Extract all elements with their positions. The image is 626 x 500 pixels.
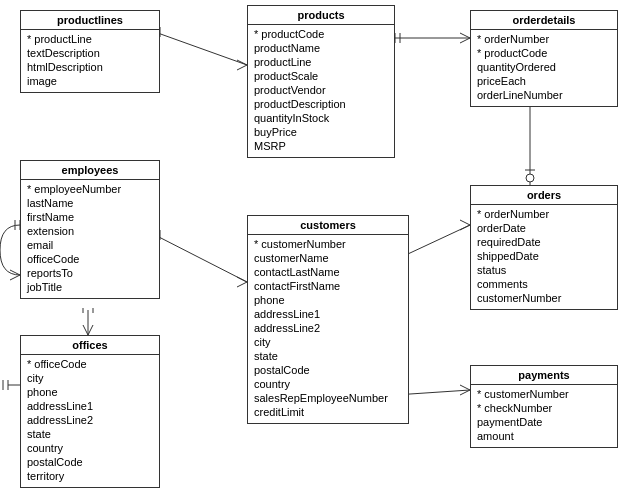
field-productline-htmlDescription: htmlDescription <box>27 60 153 74</box>
field-orders-orderDate: orderDate <box>477 221 611 235</box>
svg-point-11 <box>526 174 534 182</box>
entity-offices-header: offices <box>21 336 159 355</box>
entity-payments: payments * customerNumber * checkNumber … <box>470 365 618 448</box>
field-employees-jobTitle: jobTitle <box>27 280 153 294</box>
field-customers-city: city <box>254 335 402 349</box>
entity-orders: orders * orderNumber orderDate requiredD… <box>470 185 618 310</box>
svg-line-37 <box>460 390 470 395</box>
field-customers-state: state <box>254 349 402 363</box>
field-offices-country: country <box>27 441 153 455</box>
svg-line-19 <box>10 275 20 280</box>
svg-line-36 <box>460 385 470 390</box>
field-customers-addressLine1: addressLine1 <box>254 307 402 321</box>
field-products-productScale: productScale <box>254 69 388 83</box>
field-payments-paymentDate: paymentDate <box>477 415 611 429</box>
svg-line-6 <box>460 33 470 38</box>
entity-products: products * productCode productName produ… <box>247 5 395 158</box>
svg-line-32 <box>460 225 470 230</box>
entity-employees-body: * employeeNumber lastName firstName exte… <box>21 180 159 298</box>
svg-line-14 <box>237 277 247 282</box>
entity-productlines-body: * productLine textDescription htmlDescri… <box>21 30 159 92</box>
field-products-productCode: * productCode <box>254 27 388 41</box>
entity-customers-body: * customerNumber customerName contactLas… <box>248 235 408 423</box>
field-products-productDescription: productDescription <box>254 97 388 111</box>
field-customers-creditLimit: creditLimit <box>254 405 402 419</box>
field-customers-phone: phone <box>254 293 402 307</box>
field-orders-shippedDate: shippedDate <box>477 249 611 263</box>
field-payments-checkNumber: * checkNumber <box>477 401 611 415</box>
field-employees-lastName: lastName <box>27 196 153 210</box>
field-orders-requiredDate: requiredDate <box>477 235 611 249</box>
entity-orders-header: orders <box>471 186 617 205</box>
field-orderdetails-priceEach: priceEach <box>477 74 611 88</box>
entity-orders-body: * orderNumber orderDate requiredDate shi… <box>471 205 617 309</box>
field-products-productName: productName <box>254 41 388 55</box>
field-products-quantityInStock: quantityInStock <box>254 111 388 125</box>
field-orders-comments: comments <box>477 277 611 291</box>
field-products-buyPrice: buyPrice <box>254 125 388 139</box>
svg-line-24 <box>88 325 93 335</box>
field-customers-postalCode: postalCode <box>254 363 402 377</box>
field-customers-customerNumber: * customerNumber <box>254 237 402 251</box>
field-offices-postalCode: postalCode <box>27 455 153 469</box>
field-customers-customerName: customerName <box>254 251 402 265</box>
svg-line-2 <box>237 65 247 70</box>
entity-offices-body: * officeCode city phone addressLine1 add… <box>21 355 159 487</box>
svg-line-31 <box>460 220 470 225</box>
field-productline-textDescription: textDescription <box>27 46 153 60</box>
field-payments-amount: amount <box>477 429 611 443</box>
entity-customers: customers * customerNumber customerName … <box>247 215 409 424</box>
svg-line-23 <box>83 325 88 335</box>
field-products-productLine: productLine <box>254 55 388 69</box>
field-employees-firstName: firstName <box>27 210 153 224</box>
entity-employees-header: employees <box>21 161 159 180</box>
entity-orderdetails: orderdetails * orderNumber * productCode… <box>470 10 618 107</box>
entity-payments-header: payments <box>471 366 617 385</box>
field-payments-customerNumber: * customerNumber <box>477 387 611 401</box>
svg-line-13 <box>155 235 247 282</box>
field-offices-addressLine1: addressLine1 <box>27 399 153 413</box>
field-offices-territory: territory <box>27 469 153 483</box>
field-orderdetails-orderNumber: * orderNumber <box>477 32 611 46</box>
entity-employees: employees * employeeNumber lastName firs… <box>20 160 160 299</box>
field-customers-contactFirstName: contactFirstName <box>254 279 402 293</box>
field-employees-reportsTo: reportsTo <box>27 266 153 280</box>
entity-productlines-header: productlines <box>21 11 159 30</box>
entity-customers-header: customers <box>248 216 408 235</box>
field-employees-extension: extension <box>27 224 153 238</box>
field-customers-addressLine2: addressLine2 <box>254 321 402 335</box>
field-offices-phone: phone <box>27 385 153 399</box>
field-products-productVendor: productVendor <box>254 83 388 97</box>
svg-line-18 <box>10 270 20 275</box>
svg-line-15 <box>237 282 247 287</box>
svg-line-0 <box>155 32 247 65</box>
field-offices-officeCode: * officeCode <box>27 357 153 371</box>
entity-offices: offices * officeCode city phone addressL… <box>20 335 160 488</box>
field-employees-officeCode: officeCode <box>27 252 153 266</box>
field-employees-employeeNumber: * employeeNumber <box>27 182 153 196</box>
field-productline-image: image <box>27 74 153 88</box>
erd-diagram: productlines * productLine textDescripti… <box>0 0 626 500</box>
entity-orderdetails-header: orderdetails <box>471 11 617 30</box>
field-orderdetails-productCode: * productCode <box>477 46 611 60</box>
field-offices-state: state <box>27 427 153 441</box>
field-employees-email: email <box>27 238 153 252</box>
field-products-MSRP: MSRP <box>254 139 388 153</box>
entity-payments-body: * customerNumber * checkNumber paymentDa… <box>471 385 617 447</box>
field-offices-addressLine2: addressLine2 <box>27 413 153 427</box>
field-orders-customerNumber: customerNumber <box>477 291 611 305</box>
svg-line-1 <box>237 60 247 65</box>
field-orders-orderNumber: * orderNumber <box>477 207 611 221</box>
entity-orderdetails-body: * orderNumber * productCode quantityOrde… <box>471 30 617 106</box>
field-orderdetails-quantityOrdered: quantityOrdered <box>477 60 611 74</box>
field-customers-country: country <box>254 377 402 391</box>
entity-productlines: productlines * productLine textDescripti… <box>20 10 160 93</box>
field-customers-contactLastName: contactLastName <box>254 265 402 279</box>
entity-products-body: * productCode productName productLine pr… <box>248 25 394 157</box>
field-customers-salesRepEmployeeNumber: salesRepEmployeeNumber <box>254 391 402 405</box>
field-offices-city: city <box>27 371 153 385</box>
entity-products-header: products <box>248 6 394 25</box>
field-productline-productLine: * productLine <box>27 32 153 46</box>
svg-line-7 <box>460 38 470 43</box>
field-orderdetails-orderLineNumber: orderLineNumber <box>477 88 611 102</box>
